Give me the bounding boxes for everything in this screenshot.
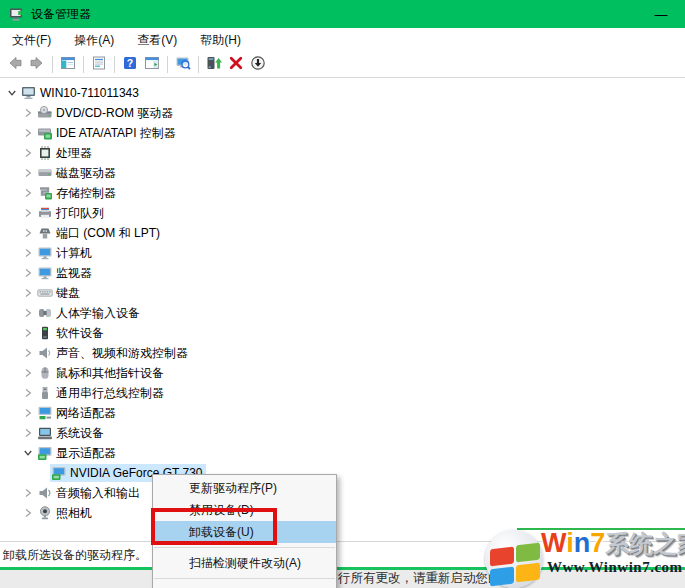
show-console-tree-button[interactable] [57, 54, 79, 76]
tree-item-ide-ata-controllers[interactable]: IDE ATA/ATAPI 控制器 [0, 123, 685, 143]
tree-item-software-devices[interactable]: 软件设备 [0, 323, 685, 343]
chevron-right-icon[interactable] [20, 185, 36, 201]
tree-item-mice-pointing[interactable]: 鼠标和其他指针设备 [0, 363, 685, 383]
tree-item-label: 人体学输入设备 [56, 305, 140, 322]
tree-item-usb-controllers[interactable]: 通用串行总线控制器 [0, 383, 685, 403]
tree-item-nvidia-geforce-gt730[interactable]: NVIDIA GeForce GT 730 [0, 463, 685, 483]
tree-item-hid-devices[interactable]: 人体学输入设备 [0, 303, 685, 323]
tree-item-core[interactable]: WIN10-711011343 [20, 84, 142, 102]
chevron-right-icon[interactable] [20, 245, 36, 261]
tree-item-monitors[interactable]: 监视器 [0, 263, 685, 283]
help-button[interactable]: ? [119, 54, 141, 76]
chevron-right-icon[interactable] [20, 125, 36, 141]
tree-item-keyboards[interactable]: 键盘 [0, 283, 685, 303]
back-icon [7, 55, 23, 75]
tree-item-label: 磁盘驱动器 [56, 165, 116, 182]
tree-item-core[interactable]: 人体学输入设备 [36, 304, 143, 322]
tree-item-core[interactable]: 声音、视频和游戏控制器 [36, 344, 191, 362]
disable-device-button[interactable] [247, 54, 269, 76]
tree-item-disk-drives[interactable]: 磁盘驱动器 [0, 163, 685, 183]
tree-item-core[interactable]: 网络适配器 [36, 404, 119, 422]
toolbar: ? [0, 52, 685, 78]
uninstall-device-button[interactable] [225, 54, 247, 76]
back-button[interactable] [4, 54, 26, 76]
chevron-right-icon[interactable] [20, 385, 36, 401]
tree-item-core[interactable]: IDE ATA/ATAPI 控制器 [36, 124, 179, 142]
tree-item-label: 存储控制器 [56, 185, 116, 202]
tree-item-label: IDE ATA/ATAPI 控制器 [56, 125, 176, 142]
minimize-button[interactable]: — [643, 0, 679, 28]
tree-item-core[interactable]: 鼠标和其他指针设备 [36, 364, 167, 382]
tree-item-core[interactable]: 显示适配器 [36, 444, 119, 462]
tree-item-label: 声音、视频和游戏控制器 [56, 345, 188, 362]
chevron-right-icon[interactable] [20, 405, 36, 421]
chevron-right-icon[interactable] [20, 285, 36, 301]
chevron-right-icon[interactable] [20, 265, 36, 281]
tree-item-storage-controllers[interactable]: 存储控制器 [0, 183, 685, 203]
context-menu-item-properties[interactable]: 属性(R) [153, 583, 336, 588]
tree-item-core[interactable]: 端口 (COM 和 LPT) [36, 224, 163, 242]
menu-action[interactable]: 操作(A) [64, 29, 124, 52]
windows-flag-yellow [516, 563, 540, 583]
port-icon [37, 225, 53, 241]
chevron-right-icon[interactable] [20, 105, 36, 121]
tree-item-root-computer[interactable]: WIN10-711011343 [0, 83, 685, 103]
forward-button[interactable] [26, 54, 48, 76]
tree-item-core[interactable]: 处理器 [36, 144, 95, 162]
tree-item-label: 系统设备 [56, 425, 104, 442]
tree-item-core[interactable]: 照相机 [36, 504, 95, 522]
tree-item-display-adapters[interactable]: 显示适配器 [0, 443, 685, 463]
chevron-right-icon[interactable] [20, 365, 36, 381]
chevron-down-icon[interactable] [4, 85, 20, 101]
chevron-placeholder [34, 465, 50, 481]
tree-item-core[interactable]: 键盘 [36, 284, 83, 302]
software-icon [37, 325, 53, 341]
menu-help[interactable]: 帮助(H) [190, 29, 251, 52]
scan-hardware-changes-button[interactable] [172, 54, 194, 76]
context-menu-item-scan-hardware[interactable]: 扫描检测硬件改动(A) [153, 552, 336, 574]
toolbar-separator [198, 56, 199, 73]
toolbar-separator [167, 56, 168, 73]
chevron-right-icon[interactable] [20, 425, 36, 441]
tree-item-core[interactable]: 通用串行总线控制器 [36, 384, 167, 402]
chevron-down-icon[interactable] [20, 445, 36, 461]
show-action-pane-button[interactable] [141, 54, 163, 76]
menu-file[interactable]: 文件(F) [2, 29, 61, 52]
tree-item-core[interactable]: 磁盘驱动器 [36, 164, 119, 182]
context-menu-separator [154, 547, 335, 548]
keyboard-icon [37, 285, 53, 301]
tree-item-core[interactable]: 软件设备 [36, 324, 107, 342]
chevron-right-icon[interactable] [20, 165, 36, 181]
chevron-right-icon[interactable] [20, 325, 36, 341]
tree-item-core[interactable]: 监视器 [36, 264, 95, 282]
tree-item-computer[interactable]: 计算机 [0, 243, 685, 263]
tree-item-print-queues[interactable]: 打印队列 [0, 203, 685, 223]
tree-item-core[interactable]: 计算机 [36, 244, 95, 262]
tree-item-audio-inputs-outputs[interactable]: 音频输入和输出 [0, 483, 685, 503]
context-menu-item-update-driver[interactable]: 更新驱动程序(P) [153, 477, 336, 499]
disable-device-icon [250, 55, 266, 75]
tree-item-core[interactable]: DVD/CD-ROM 驱动器 [36, 104, 176, 122]
properties-button[interactable] [88, 54, 110, 76]
chevron-right-icon[interactable] [20, 225, 36, 241]
chevron-right-icon[interactable] [20, 145, 36, 161]
tree-item-ports-com-lpt[interactable]: 端口 (COM 和 LPT) [0, 223, 685, 243]
menu-view[interactable]: 查看(V) [127, 29, 187, 52]
chevron-right-icon[interactable] [20, 485, 36, 501]
tree-item-core[interactable]: 打印队列 [36, 204, 107, 222]
tree-item-network-adapters[interactable]: 网络适配器 [0, 403, 685, 423]
tree-item-dvd-cdrom-drives[interactable]: DVD/CD-ROM 驱动器 [0, 103, 685, 123]
chevron-right-icon[interactable] [20, 345, 36, 361]
tree-item-core[interactable]: 系统设备 [36, 424, 107, 442]
watermark-brand-suffix: 系统之家 [605, 530, 685, 557]
tree-item-system-devices[interactable]: 系统设备 [0, 423, 685, 443]
chevron-right-icon[interactable] [20, 505, 36, 521]
tree-item-processors[interactable]: 处理器 [0, 143, 685, 163]
chevron-right-icon[interactable] [20, 205, 36, 221]
tree-item-core[interactable]: 存储控制器 [36, 184, 119, 202]
chevron-right-icon[interactable] [20, 305, 36, 321]
tree-item-cameras[interactable]: 照相机 [0, 503, 685, 523]
tree-item-core[interactable]: 音频输入和输出 [36, 484, 143, 502]
update-driver-button[interactable] [203, 54, 225, 76]
tree-item-sound-video-game[interactable]: 声音、视频和游戏控制器 [0, 343, 685, 363]
